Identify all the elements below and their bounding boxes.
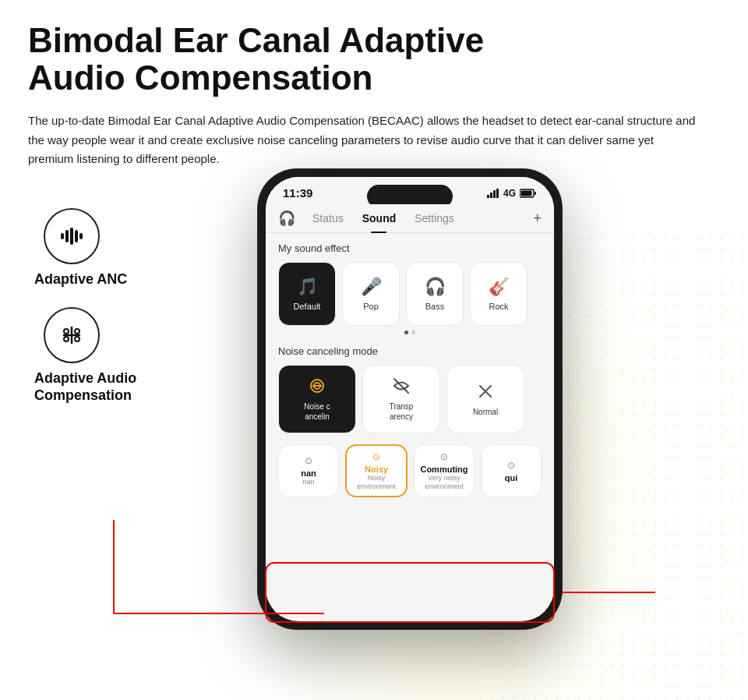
nav-tabs: 🎧 Status Sound Settings + <box>266 204 554 233</box>
nan-env-icon: ⊙ <box>305 455 312 466</box>
network-label: 4G <box>503 188 516 199</box>
adaptive-audio-comp-label: Adaptive AudioCompensation <box>34 369 136 405</box>
nan-env-sub: nan <box>302 478 314 486</box>
env-card-noisy[interactable]: ⊙ Noisy Noisy environment <box>345 444 408 497</box>
noise-card-transparency[interactable]: Transparency <box>362 365 440 433</box>
noise-cancel-icon <box>308 377 326 395</box>
red-annotation-line-right <box>562 592 655 593</box>
qui-env-icon: ⊙ <box>507 460 515 471</box>
battery-icon <box>520 189 537 198</box>
svg-rect-16 <box>496 189 499 198</box>
commuting-env-title: Commuting <box>420 465 468 474</box>
sound-card-default[interactable]: 🎵 Default <box>278 262 336 326</box>
pop-sound-icon: 🎤 <box>361 277 382 297</box>
svg-point-9 <box>64 337 69 341</box>
rock-sound-label: Rock <box>489 302 508 311</box>
bass-sound-icon: 🎧 <box>425 277 446 297</box>
svg-rect-18 <box>521 190 532 196</box>
phone-mockup: 11:39 4G <box>258 169 562 629</box>
adaptive-audio-comp-icon-circle <box>44 307 100 363</box>
bass-sound-label: Bass <box>425 302 444 311</box>
noise-card-normal[interactable]: Normal <box>446 365 524 433</box>
headphone-nav-icon: 🎧 <box>278 210 295 227</box>
qui-env-title: qui <box>505 473 518 483</box>
svg-point-8 <box>75 337 79 341</box>
status-icons: 4G <box>487 188 537 199</box>
scroll-indicator <box>278 331 542 334</box>
sound-cards-row: 🎵 Default 🎤 Pop 🎧 Bass <box>278 262 542 326</box>
pop-sound-label: Pop <box>363 302 379 311</box>
svg-rect-14 <box>490 193 492 198</box>
page-description: The up-to-date Bimodal Ear Canal Adaptiv… <box>28 111 698 169</box>
svg-rect-4 <box>79 233 83 239</box>
env-card-nan[interactable]: ⊙ nan nan <box>278 444 339 497</box>
commuting-env-sub: Very noisyenvironment <box>425 474 464 491</box>
adaptive-anc-label: Adaptive ANC <box>34 270 127 288</box>
rock-sound-icon: 🎸 <box>489 277 510 297</box>
normal-icon <box>476 382 495 401</box>
lower-section: Adaptive ANC Adaptive AudioCompensation <box>28 193 720 423</box>
dot-1 <box>404 331 408 334</box>
tab-settings[interactable]: Settings <box>405 204 464 232</box>
adaptive-audio-comp-item: Adaptive AudioCompensation <box>28 307 199 405</box>
env-card-qui[interactable]: ⊙ qui <box>481 444 542 497</box>
dot-2 <box>411 331 415 334</box>
svg-rect-19 <box>535 192 536 195</box>
noisy-env-icon: ⊙ <box>372 451 380 462</box>
svg-rect-3 <box>75 230 78 242</box>
default-sound-label: Default <box>294 302 321 311</box>
noisy-env-title: Noisy <box>365 465 388 474</box>
commuting-env-icon: ⊙ <box>440 451 448 462</box>
svg-rect-2 <box>70 228 73 245</box>
sound-effect-label: My sound effect <box>278 242 542 254</box>
left-icons-panel: Adaptive ANC Adaptive AudioCompensation <box>28 193 199 423</box>
anc-icon <box>58 222 86 250</box>
sound-card-rock[interactable]: 🎸 Rock <box>470 262 527 326</box>
svg-rect-15 <box>493 190 496 198</box>
nc-label-normal: Normal <box>473 407 498 417</box>
env-cards-row: ⊙ nan nan ⊙ Noisy Noisy environment <box>278 444 542 497</box>
signal-icon <box>487 189 499 198</box>
noise-cards-row: Noise cancelin Transparency <box>278 365 542 433</box>
svg-point-10 <box>75 329 79 334</box>
transparency-icon <box>392 377 411 395</box>
nav-plus-button[interactable]: + <box>533 210 542 227</box>
sound-card-pop[interactable]: 🎤 Pop <box>342 262 400 326</box>
status-time: 11:39 <box>283 186 312 200</box>
noise-card-nc[interactable]: Noise cancelin <box>278 365 356 433</box>
svg-rect-0 <box>61 233 64 239</box>
nc-label-noise: Noise cancelin <box>304 401 330 422</box>
screen-content: My sound effect 🎵 Default 🎤 Pop <box>266 233 554 507</box>
svg-rect-1 <box>65 230 69 242</box>
page-content: Bimodal Ear Canal Adaptive Audio Compens… <box>0 0 748 423</box>
noise-cancel-label: Noise canceling mode <box>278 345 542 357</box>
svg-rect-13 <box>487 195 489 198</box>
phone-screen: 11:39 4G <box>266 177 554 621</box>
page-title: Bimodal Ear Canal Adaptive Audio Compens… <box>28 22 573 97</box>
env-card-commuting[interactable]: ⊙ Commuting Very noisyenvironment <box>414 444 475 497</box>
nan-env-title: nan <box>301 468 316 478</box>
audio-comp-icon <box>58 321 86 349</box>
adaptive-anc-icon-circle <box>44 208 100 264</box>
sound-card-bass[interactable]: 🎧 Bass <box>406 262 464 326</box>
default-sound-icon: 🎵 <box>297 277 318 297</box>
phone-frame: 11:39 4G <box>258 169 562 629</box>
nc-label-transparency: Transparency <box>390 401 414 422</box>
adaptive-anc-item: Adaptive ANC <box>28 208 199 288</box>
tab-status[interactable]: Status <box>303 204 353 232</box>
noisy-env-sub: Noisy environment <box>351 474 401 491</box>
tab-sound[interactable]: Sound <box>353 204 406 232</box>
svg-point-7 <box>64 329 69 334</box>
